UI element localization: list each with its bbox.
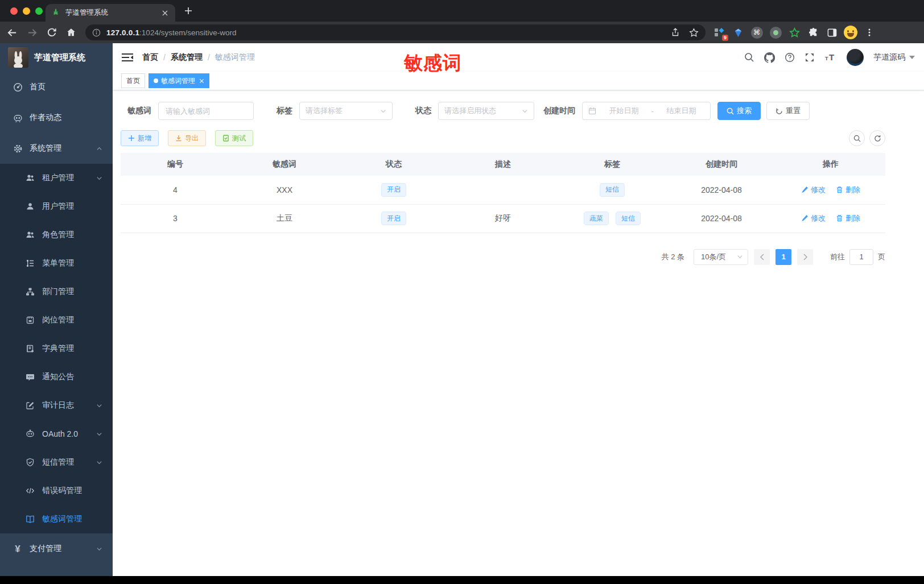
sidebar-item-home[interactable]: 首页 — [0, 72, 113, 102]
goto-page-input[interactable] — [849, 249, 873, 265]
sidebar-logo[interactable]: 芋道管理系统 — [0, 43, 113, 72]
date-end-placeholder: 结束日期 — [658, 106, 704, 116]
chevron-down-icon — [737, 254, 743, 260]
test-button[interactable]: 测试 — [215, 130, 253, 146]
extension-gem-icon[interactable] — [731, 26, 745, 39]
extension-star-icon[interactable] — [787, 26, 801, 39]
breadcrumb-home[interactable]: 首页 — [142, 52, 158, 63]
search-button[interactable]: 搜索 — [717, 102, 761, 120]
sidebar-item-label: 通知公告 — [42, 372, 74, 382]
extension-grid-icon[interactable]: 9 — [712, 26, 726, 39]
site-info-icon[interactable] — [92, 28, 101, 37]
share-icon[interactable] — [671, 28, 680, 38]
sidebar-item-menu[interactable]: 菜单管理 — [0, 249, 113, 277]
sidebar-item-errorcode[interactable]: 错误码管理 — [0, 477, 113, 505]
extensions-puzzle-icon[interactable] — [806, 26, 820, 39]
sidebar-item-audit-log[interactable]: 审计日志 — [0, 391, 113, 420]
chevron-down-icon — [96, 546, 102, 552]
forward-icon[interactable] — [27, 27, 38, 38]
keyword-input[interactable] — [166, 107, 246, 115]
cell-created: 2022-04-08 — [667, 176, 776, 204]
app-window: 芋道管理系统 首页 作者动态 系统管理 租户管理 用户管理 — [0, 43, 924, 576]
extension-command-icon[interactable]: ⌘ — [750, 26, 764, 39]
macos-traffic-lights[interactable] — [10, 7, 43, 15]
home-icon[interactable] — [66, 27, 76, 38]
tag-badge: 短信 — [616, 212, 641, 225]
sidebar-item-tenant[interactable]: 租户管理 — [0, 164, 113, 192]
prev-page-button[interactable] — [754, 249, 770, 265]
sidebar-item-author-news[interactable]: 作者动态 — [0, 102, 113, 133]
sidebar-item-label: 部门管理 — [42, 287, 74, 297]
open-book-icon — [25, 515, 35, 524]
refresh-table-button[interactable] — [869, 130, 885, 146]
page-number-1[interactable]: 1 — [776, 249, 791, 265]
menu-tree-icon — [25, 259, 35, 268]
cell-tags: 短信 — [558, 176, 667, 204]
sidebar-item-post[interactable]: 岗位管理 — [0, 306, 113, 334]
reset-button[interactable]: 重置 — [766, 102, 810, 120]
cell-description: 好呀 — [448, 204, 558, 233]
status-select[interactable]: 请选择启用状态 — [438, 102, 534, 120]
minimize-window-button[interactable] — [23, 7, 30, 15]
delete-link[interactable]: 删除 — [836, 213, 860, 223]
reload-icon[interactable] — [47, 27, 57, 38]
chevron-down-icon — [96, 175, 102, 181]
breadcrumb-system[interactable]: 系统管理 — [171, 52, 203, 63]
code-icon — [25, 486, 35, 495]
sidebar-fold-icon[interactable] — [122, 52, 133, 63]
tag-view-home[interactable]: 首页 — [121, 73, 145, 88]
profile-avatar-icon[interactable] — [844, 26, 857, 39]
new-tab-button[interactable] — [183, 6, 193, 16]
yen-icon: ¥ — [13, 544, 23, 554]
next-page-button[interactable] — [797, 249, 813, 265]
export-button[interactable]: 导出 — [168, 130, 206, 146]
tags-view-bar: 首页 敏感词管理 — [113, 72, 924, 90]
edit-link[interactable]: 修改 — [801, 213, 826, 223]
tab-close-icon[interactable] — [160, 9, 170, 18]
date-separator: - — [651, 107, 654, 115]
header-search-icon[interactable] — [744, 52, 754, 63]
tag-view-sensitive-word[interactable]: 敏感词管理 — [148, 73, 209, 88]
add-button[interactable]: 新增 — [121, 130, 159, 146]
bookmark-star-icon[interactable] — [689, 28, 699, 38]
back-icon[interactable] — [7, 27, 18, 38]
trash-icon — [836, 186, 843, 193]
help-icon[interactable] — [785, 52, 795, 63]
user-avatar[interactable] — [847, 49, 864, 66]
sidebar-item-label: 审计日志 — [42, 400, 74, 411]
close-window-button[interactable] — [10, 7, 18, 15]
tag-select[interactable]: 请选择标签 — [299, 102, 393, 120]
fullscreen-icon[interactable] — [805, 52, 815, 63]
sidebar-item-payment[interactable]: ¥ 支付管理 — [0, 533, 113, 564]
tag-badge: 蔬菜 — [584, 212, 609, 225]
date-range-picker[interactable]: 开始日期 - 结束日期 — [582, 102, 711, 120]
sidebar-item-department[interactable]: 部门管理 — [0, 277, 113, 306]
edit-link[interactable]: 修改 — [801, 185, 826, 195]
caret-down-icon — [909, 56, 915, 60]
sidebar-item-sms[interactable]: 短信管理 — [0, 448, 113, 477]
chevron-down-icon — [96, 431, 102, 437]
side-panel-icon[interactable] — [825, 26, 839, 39]
browser-tab[interactable]: 芋道管理系统 — [46, 4, 175, 22]
sidebar-item-notice[interactable]: 通知公告 — [0, 363, 113, 391]
sidebar-item-label: 用户管理 — [42, 201, 74, 212]
col-created: 创建时间 — [667, 153, 776, 176]
delete-link[interactable]: 删除 — [836, 185, 860, 195]
browser-menu-icon[interactable] — [863, 26, 876, 39]
sidebar-item-system[interactable]: 系统管理 — [0, 133, 113, 164]
user-menu[interactable]: 芋道源码 — [873, 52, 915, 63]
sidebar-item-role[interactable]: 角色管理 — [0, 221, 113, 249]
page-size-select[interactable]: 10条/页 — [694, 249, 748, 265]
date-label: 创建时间 — [543, 106, 575, 116]
font-size-icon[interactable]: TT — [824, 52, 837, 63]
sidebar-item-user[interactable]: 用户管理 — [0, 192, 113, 221]
show-search-toggle-button[interactable] — [849, 130, 865, 146]
sidebar-item-dict[interactable]: 字典管理 — [0, 334, 113, 363]
sidebar-item-sensitive-word[interactable]: 敏感词管理 — [0, 505, 113, 533]
extension-dot-icon[interactable] — [769, 26, 782, 39]
address-bar[interactable]: 127.0.0.1:1024/system/sensitive-word — [85, 24, 706, 40]
github-icon[interactable] — [764, 52, 775, 63]
sidebar-item-oauth[interactable]: OAuth 2.0 — [0, 420, 113, 448]
tab-close-icon[interactable] — [199, 78, 204, 84]
zoom-window-button[interactable] — [35, 7, 43, 15]
